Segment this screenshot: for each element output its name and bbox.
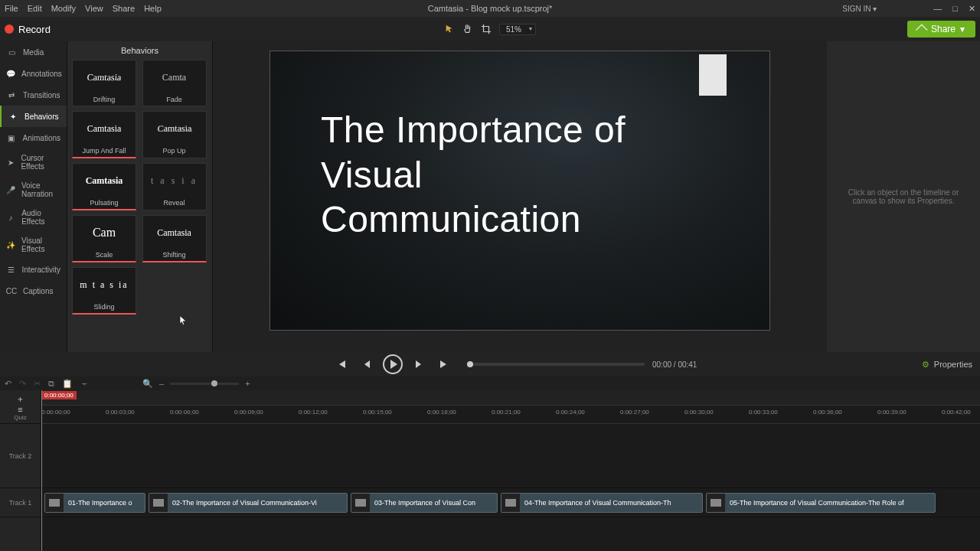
- track-options-button[interactable]: ≡: [18, 405, 22, 414]
- timeline-clip[interactable]: 03-The Importance of Visual Con: [351, 493, 498, 513]
- track-1-header[interactable]: Track 1: [0, 488, 41, 517]
- sidebar-item-interactivity[interactable]: ☰Interactivity: [0, 259, 67, 280]
- canvas-stage[interactable]: The Importance of Visual Communication: [270, 51, 770, 331]
- ruler-tick: 0:00:24;00: [556, 409, 585, 416]
- play-icon: [390, 360, 397, 369]
- behavior-jump-and-fall[interactable]: CamtasiaJump And Fall: [72, 111, 136, 158]
- zoom-dropdown[interactable]: 51%: [499, 24, 536, 35]
- zoom-slider[interactable]: [170, 383, 239, 385]
- behavior-sliding[interactable]: m t a s iaSliding: [72, 267, 136, 315]
- behavior-label: Reveal: [143, 197, 206, 209]
- media-icon: ▭: [6, 47, 17, 57]
- playhead[interactable]: [41, 390, 42, 551]
- sidebar-item-animations[interactable]: ▣Animations: [0, 127, 67, 148]
- playhead-flag[interactable]: 0:00:00;00: [41, 391, 77, 399]
- pan-tool-icon[interactable]: [462, 24, 473, 34]
- sidebar-item-visual-effects[interactable]: ✨Visual Effects: [0, 231, 67, 259]
- redo-button[interactable]: ↷: [19, 379, 26, 389]
- canvas-title-text[interactable]: The Importance of Visual Communication: [321, 108, 678, 243]
- ruler-tick: 0:00:27;00: [620, 409, 649, 416]
- sidebar-item-label: Visual Effects: [21, 236, 60, 253]
- sidebar-item-voice-narration[interactable]: 🎤Voice Narration: [0, 176, 67, 204]
- timeline-ruler-top[interactable]: 0:00:00;00: [41, 390, 980, 406]
- canvas-area[interactable]: The Importance of Visual Communication: [213, 41, 827, 352]
- pointer-tool-icon[interactable]: [444, 24, 455, 34]
- ruler-tick: 0:00:06;00: [170, 409, 199, 416]
- paste-button[interactable]: 📋: [62, 379, 73, 389]
- menu-view[interactable]: View: [85, 4, 103, 13]
- sidebar-item-audio-effects[interactable]: ♪Audio Effects: [0, 204, 67, 231]
- minimize-icon[interactable]: —: [933, 4, 942, 13]
- sidebar-item-cursor-effects[interactable]: ➤Cursor Effects: [0, 148, 67, 176]
- signin-button[interactable]: SIGN IN ▾: [842, 5, 877, 13]
- behavior-thumb: m t a s ia: [73, 268, 136, 302]
- play-button[interactable]: [383, 354, 403, 374]
- animations-icon: ▣: [6, 132, 17, 143]
- behavior-pulsating[interactable]: CamtasiaPulsating: [72, 163, 136, 210]
- clip-label: 05-The Importance of Visual Communicatio…: [725, 499, 908, 507]
- behavior-drifting[interactable]: CamtasiaDrifting: [72, 60, 136, 106]
- behavior-label: Drifting: [73, 94, 136, 106]
- time-display: 00:00 / 00:41: [652, 360, 697, 369]
- track-2-header[interactable]: Track 2: [0, 424, 41, 488]
- maximize-icon[interactable]: □: [952, 4, 958, 13]
- track-1[interactable]: 01-The Importance o02-The Importance of …: [41, 488, 980, 517]
- menu-share[interactable]: Share: [113, 4, 135, 13]
- behavior-thumb: Camtasia: [143, 216, 206, 249]
- next-marker-button[interactable]: [436, 357, 452, 372]
- sidebar-item-media[interactable]: ▭Media: [0, 41, 67, 63]
- canvas-shape[interactable]: [699, 54, 727, 96]
- record-button[interactable]: Record: [5, 24, 51, 35]
- sidebar-item-captions[interactable]: CCCaptions: [0, 280, 67, 302]
- behavior-label: Scale: [73, 249, 136, 261]
- step-back-button[interactable]: [358, 357, 374, 372]
- zoom-slider-handle[interactable]: [211, 380, 217, 386]
- record-icon: [5, 24, 14, 34]
- zoom-in-button[interactable]: +: [245, 379, 250, 388]
- step-forward-button[interactable]: [412, 357, 427, 372]
- menu-modify[interactable]: Modify: [51, 4, 76, 13]
- behavior-pop-up[interactable]: CamtasiaPop Up: [142, 111, 207, 158]
- menu-edit[interactable]: Edit: [28, 4, 42, 13]
- behaviors-icon: ✦: [8, 111, 18, 122]
- zoom-out-button[interactable]: –: [159, 379, 164, 388]
- sidebar-item-behaviors[interactable]: ✦Behaviors: [0, 106, 67, 127]
- track-2[interactable]: [41, 424, 980, 488]
- behavior-fade[interactable]: CamtaFade: [142, 60, 207, 106]
- title-bar: File Edit Modify View Share Help Camtasi…: [0, 0, 980, 17]
- seek-handle[interactable]: [467, 361, 473, 367]
- prev-marker-button[interactable]: [334, 357, 349, 372]
- timeline-clip[interactable]: 05-The Importance of Visual Communicatio…: [706, 493, 936, 513]
- behavior-shifting[interactable]: CamtasiaShifting: [142, 215, 207, 262]
- sidebar-item-label: Behaviors: [24, 112, 58, 121]
- zoom-search-icon[interactable]: 🔍: [142, 379, 153, 389]
- close-icon[interactable]: ✕: [969, 4, 975, 14]
- behavior-thumb: Cam: [73, 216, 136, 249]
- menu-help[interactable]: Help: [144, 4, 162, 13]
- menu-file[interactable]: File: [5, 4, 18, 13]
- timeline-clip[interactable]: 04-The Importance of Visual Communicatio…: [501, 493, 703, 513]
- clip-label: 01-The Importance o: [64, 499, 137, 507]
- timeline-clip[interactable]: 01-The Importance o: [44, 493, 145, 513]
- crop-tool-icon[interactable]: [481, 24, 492, 34]
- sidebar-item-label: Voice Narration: [21, 181, 60, 198]
- sidebar-item-transitions[interactable]: ⇄Transitions: [0, 84, 67, 106]
- timeline-clip[interactable]: 02-The Importance of Visual Communicatio…: [149, 493, 348, 513]
- split-button[interactable]: ⫟: [80, 379, 89, 388]
- undo-button[interactable]: ↶: [5, 379, 11, 389]
- gear-icon: [922, 360, 929, 370]
- seek-bar[interactable]: [467, 363, 645, 366]
- share-button[interactable]: Share ▾: [907, 21, 975, 37]
- sidebar-item-label: Interactivity: [21, 266, 60, 274]
- timeline-ruler[interactable]: 0:00:00;000:00:03;000:00:06;000:00:09;00…: [41, 406, 980, 424]
- sidebar-item-annotations[interactable]: 💬Annotations: [0, 63, 67, 84]
- copy-button[interactable]: ⧉: [48, 379, 54, 389]
- window-title: Camtasia - Blog mock up.tscproj*: [428, 4, 553, 13]
- properties-button[interactable]: Properties: [922, 360, 972, 370]
- behavior-reveal[interactable]: t a s i aReveal: [142, 163, 207, 210]
- clip-label: 02-The Importance of Visual Communicatio…: [168, 499, 322, 507]
- cut-button[interactable]: ✂: [34, 379, 41, 389]
- behavior-scale[interactable]: CamScale: [72, 215, 136, 262]
- add-track-button[interactable]: ＋: [16, 393, 24, 405]
- ruler-tick: 0:00:15;00: [363, 409, 392, 416]
